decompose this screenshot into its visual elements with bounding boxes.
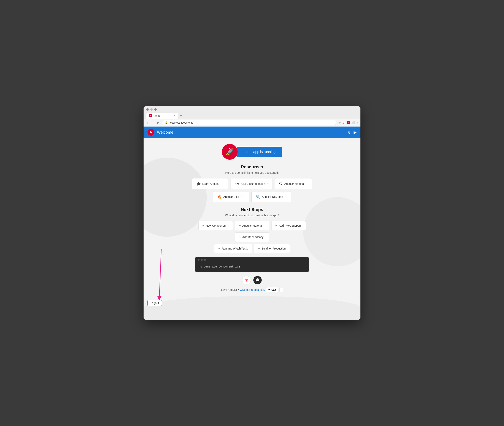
address-bar-row: ‹ › ↻ 🔒 localhost:4200/home ☆ 🛡 A ⬜ ≡ bbox=[144, 119, 360, 127]
star-link[interactable]: Give our repo a star. bbox=[240, 288, 265, 291]
tab-bar: A Notes ✕ + ⌄ bbox=[146, 113, 358, 119]
terminal-dot-1 bbox=[198, 259, 200, 261]
resource-card-devtools[interactable]: 🔍 Angular DevTools › bbox=[251, 191, 291, 202]
resource-label-learn-angular: Learn Angular bbox=[202, 182, 220, 185]
new-component-plus-icon: + bbox=[202, 224, 204, 227]
next-steps-title: Next Steps bbox=[187, 207, 317, 212]
minimize-button[interactable] bbox=[150, 108, 153, 111]
resource-grid-row2: 🔥 Angular Blog › 🔍 Angular DevTools › bbox=[187, 191, 317, 202]
terminal: ng generate component xyz bbox=[195, 257, 309, 272]
terminal-command: ng generate component xyz bbox=[199, 265, 240, 268]
account-icon[interactable]: A bbox=[347, 121, 350, 124]
step-label-build-production: Build for Production bbox=[262, 247, 285, 250]
address-text: localhost:4200/home bbox=[170, 121, 193, 124]
star-button[interactable]: ★ Star bbox=[266, 287, 278, 292]
social-row: m 💬 bbox=[187, 276, 317, 284]
terminal-header bbox=[195, 257, 309, 262]
annotation-arrow bbox=[150, 247, 185, 304]
angular-material-step-plus-icon: + bbox=[239, 224, 241, 227]
refresh-button[interactable]: ↻ bbox=[156, 121, 160, 125]
app-title: Welcome bbox=[157, 130, 173, 135]
resource-label-angular-blog: Angular Blog bbox=[223, 195, 239, 199]
tab-menu-icon[interactable]: ⌄ bbox=[352, 114, 358, 119]
tab-title: Notes bbox=[153, 114, 160, 117]
bookmark-icon[interactable]: ☆ bbox=[338, 121, 341, 124]
step-label-angular-material: Angular Material bbox=[242, 224, 262, 227]
resource-card-learn-angular[interactable]: 🎓 Learn Angular › bbox=[192, 178, 228, 189]
resource-label-devtools: Angular DevTools bbox=[262, 195, 283, 199]
step-card-run-watch-tests[interactable]: + Run and Watch Tests bbox=[214, 244, 252, 253]
steps-grid-row1: + New Component + Angular Material + Add… bbox=[187, 221, 317, 242]
app-navbar: A Welcome 𝕏 ▶ bbox=[144, 127, 360, 138]
terminal-body: ng generate component xyz bbox=[195, 262, 309, 272]
menu-icon[interactable]: ≡ bbox=[357, 121, 358, 124]
running-badge: notes app is running! bbox=[237, 147, 282, 157]
logout-button[interactable]: Logout bbox=[147, 300, 162, 306]
close-button[interactable] bbox=[146, 108, 149, 111]
forward-button[interactable]: › bbox=[151, 121, 154, 125]
star-chevron-button[interactable]: › bbox=[279, 288, 283, 292]
devtools-icon: 🔍 bbox=[256, 195, 260, 199]
run-watch-tests-plus-icon: + bbox=[218, 247, 220, 250]
navbar-icons: 𝕏 ▶ bbox=[347, 130, 357, 135]
resources-section: Resources Here are some links to help yo… bbox=[187, 164, 317, 202]
app-content: 🚀 notes app is running! Resources Here a… bbox=[144, 138, 360, 320]
step-card-add-dependency[interactable]: + Add Dependency bbox=[235, 232, 269, 242]
terminal-dot-3 bbox=[204, 259, 206, 261]
angular-material-icon: 🛡 bbox=[279, 182, 283, 186]
step-card-angular-material[interactable]: + Angular Material bbox=[235, 221, 269, 230]
step-label-add-dependency: Add Dependency bbox=[242, 235, 263, 239]
learn-angular-arrow: › bbox=[222, 182, 223, 185]
terminal-dot-2 bbox=[201, 259, 203, 261]
angular-blog-icon: 🔥 bbox=[217, 195, 222, 199]
security-icon: 🔒 bbox=[165, 121, 168, 124]
step-label-pwa-support: Add PWA Support bbox=[279, 224, 301, 227]
rocket-icon: 🚀 bbox=[222, 144, 238, 160]
back-button[interactable]: ‹ bbox=[146, 121, 149, 125]
resource-grid-row1: 🎓 Learn Angular › </> CLI Documentation … bbox=[187, 178, 317, 189]
step-card-new-component[interactable]: + New Component bbox=[198, 221, 233, 230]
step-label-run-watch-tests: Run and Watch Tests bbox=[222, 247, 248, 250]
discord-icon[interactable]: 💬 bbox=[253, 276, 262, 284]
browser-tab[interactable]: A Notes ✕ bbox=[146, 113, 178, 119]
youtube-icon[interactable]: ▶ bbox=[353, 130, 357, 135]
resource-card-angular-material[interactable]: 🛡 Angular Material › bbox=[275, 178, 312, 189]
angular-material-arrow: › bbox=[307, 182, 308, 185]
star-row-prefix: Love Angular? bbox=[221, 288, 239, 291]
tab-favicon: A bbox=[149, 114, 152, 117]
resources-subtitle: Here are some links to help you get star… bbox=[187, 171, 317, 174]
resource-card-angular-blog[interactable]: 🔥 Angular Blog › bbox=[213, 191, 249, 202]
twitter-icon[interactable]: 𝕏 bbox=[347, 130, 350, 135]
tab-close-button[interactable]: ✕ bbox=[173, 114, 175, 117]
extension-icon[interactable]: ⬜ bbox=[352, 121, 355, 124]
hero-banner: 🚀 notes app is running! bbox=[187, 144, 317, 160]
build-production-plus-icon: + bbox=[258, 247, 260, 250]
browser-window: A Notes ✕ + ⌄ ‹ › ↻ 🔒 localhost:4200/hom… bbox=[144, 106, 360, 320]
browser-chrome: A Notes ✕ + ⌄ bbox=[144, 106, 360, 119]
resource-card-cli-docs[interactable]: </> CLI Documentation › bbox=[230, 178, 273, 189]
step-card-pwa-support[interactable]: + Add PWA Support bbox=[271, 221, 306, 230]
devtools-arrow: › bbox=[286, 195, 287, 198]
step-label-new-component: New Component bbox=[206, 224, 226, 227]
steps-grid-row2: + Run and Watch Tests + Build for Produc… bbox=[187, 244, 317, 253]
angular-blog-arrow: › bbox=[242, 195, 242, 198]
star-row: Love Angular? Give our repo a star. ★ St… bbox=[187, 287, 317, 292]
next-steps-subtitle: What do you want to do next with your ap… bbox=[187, 214, 317, 217]
pwa-support-plus-icon: + bbox=[276, 224, 277, 227]
cli-docs-icon: </> bbox=[235, 182, 240, 185]
angular-logo: A bbox=[147, 129, 154, 136]
browser-actions: ☆ 🛡 A ⬜ ≡ bbox=[338, 121, 358, 124]
learn-angular-icon: 🎓 bbox=[196, 182, 201, 186]
address-bar[interactable]: 🔒 localhost:4200/home bbox=[162, 120, 336, 125]
step-card-build-production[interactable]: + Build for Production bbox=[254, 244, 290, 253]
add-dependency-plus-icon: + bbox=[239, 235, 241, 239]
shield-icon[interactable]: 🛡 bbox=[343, 121, 345, 124]
traffic-lights bbox=[146, 108, 358, 111]
resources-title: Resources bbox=[187, 164, 317, 170]
logout-area: Logout bbox=[144, 298, 360, 312]
maximize-button[interactable] bbox=[154, 108, 157, 111]
new-tab-button[interactable]: + bbox=[179, 113, 184, 119]
cli-docs-arrow: › bbox=[267, 182, 268, 185]
next-steps-section: Next Steps What do you want to do next w… bbox=[187, 207, 317, 253]
meetup-icon[interactable]: m bbox=[242, 276, 251, 284]
